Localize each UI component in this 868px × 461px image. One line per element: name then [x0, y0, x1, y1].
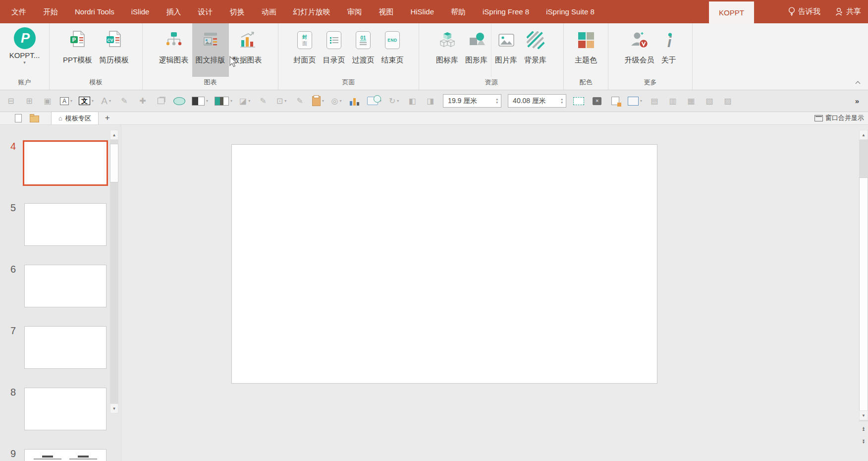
merge-shapes-icon[interactable]: ◎ ▾ — [330, 94, 342, 109]
cover-page-button[interactable]: 封面 封面页 — [290, 23, 320, 77]
image-text-layout-button[interactable]: 图文排版 — [192, 23, 229, 77]
bring-front-icon[interactable]: ◧ — [406, 94, 418, 109]
delete-box-icon[interactable]: × — [591, 94, 603, 109]
slide-number: 4 — [4, 141, 16, 152]
distribute-shapes-icon[interactable]: ⊞ — [23, 94, 35, 109]
slide-thumbnail[interactable] — [24, 326, 107, 369]
menu-tab[interactable]: HiSlide — [402, 0, 442, 23]
slide-thumbnail[interactable] — [24, 265, 107, 307]
align-doc-right-icon[interactable]: ▦ — [685, 94, 697, 109]
logic-chart-button[interactable]: 逻辑图表 — [156, 23, 192, 77]
menu-tab[interactable]: 帮助 — [442, 0, 474, 23]
menu-tab[interactable]: 设计 — [189, 0, 221, 23]
transition-page-button[interactable]: 01 过渡页 — [349, 23, 378, 77]
slide-canvas[interactable] — [231, 144, 657, 384]
textbox-style-icon[interactable]: A ▾ — [60, 94, 72, 109]
editor-scroll-thumb[interactable] — [859, 177, 868, 414]
paint-bucket-icon[interactable]: ◪ ▾ — [239, 94, 251, 109]
tab-template-zone[interactable]: ⌂ 模板专区 — [51, 112, 99, 124]
menu-tab[interactable]: 幻灯片放映 — [284, 0, 338, 23]
upgrade-member-button[interactable]: 升级会员 — [621, 23, 658, 77]
ppt-template-button[interactable]: P PPT模板 — [59, 23, 96, 77]
menu-tab[interactable]: 开始 — [35, 0, 66, 23]
menu-tab[interactable]: Nordri Tools — [66, 0, 123, 23]
send-back-icon[interactable]: ◨ — [425, 94, 436, 109]
selection-frame-icon[interactable]: ▾ — [628, 94, 642, 109]
more-tools-icon[interactable]: » — [851, 94, 863, 109]
tell-me-button[interactable]: 告诉我 — [788, 7, 820, 16]
menu-tab[interactable]: 动画 — [253, 0, 284, 23]
org-chart-icon — [164, 27, 184, 53]
slide-thumbnail[interactable] — [24, 388, 107, 430]
end-page-button[interactable]: END 结束页 — [378, 23, 407, 77]
next-slide-button[interactable]: ▼▼ — [859, 437, 868, 446]
group-label-pages: 页面 — [278, 78, 419, 87]
menu-tab[interactable]: 切换 — [221, 0, 253, 23]
theme-color-button[interactable]: 主题色 — [571, 23, 600, 77]
background-library-button[interactable]: 背景库 — [521, 23, 550, 77]
window-merge-toggle[interactable]: 窗口合并显示 — [814, 114, 864, 124]
eyedropper-icon[interactable]: ✎ — [257, 94, 269, 109]
width-spinner[interactable]: ▲▼ — [495, 98, 498, 104]
mini-chart-icon[interactable] — [349, 94, 361, 109]
editor-scrollbar[interactable]: ▲ ▼ ▲▲ ▼▼ — [859, 130, 868, 447]
tab-koppt-active[interactable]: KOPPT — [709, 1, 754, 23]
paste-clipboard-icon[interactable]: ▾ — [312, 94, 324, 109]
fill-bw-swatch-icon[interactable]: ▾ — [192, 94, 208, 109]
slide-thumbnail[interactable] — [24, 203, 107, 246]
ellipse-tool-icon[interactable] — [173, 94, 185, 109]
arrange-grid-icon[interactable]: ▧ — [704, 94, 715, 109]
thumbnail-scrollbar[interactable]: ▲ ▼ — [110, 130, 118, 412]
pin-tool-icon[interactable]: ✚ — [137, 94, 149, 109]
thumbnail-scroll-down-icon[interactable]: ▼ — [110, 403, 118, 413]
slide-thumbnail[interactable] — [24, 449, 107, 461]
previous-slide-button[interactable]: ▲▲ — [859, 424, 868, 433]
dropdown-arrow-icon: ▾ — [284, 99, 286, 103]
rotate-shape-icon[interactable]: ↻ ▾ — [388, 94, 400, 109]
draw-shape-box-icon[interactable]: ⊡ ▾ — [275, 94, 287, 109]
height-spinner[interactable]: ▲▼ — [560, 98, 563, 104]
copy-format-icon[interactable] — [609, 94, 621, 109]
menu-tab[interactable]: iSpring Suite 8 — [538, 0, 603, 23]
toc-page-button[interactable]: 目录页 — [320, 23, 349, 77]
group-shapes-icon[interactable]: ▣ — [42, 94, 54, 109]
window-merge-label: 窗口合并显示 — [825, 114, 864, 122]
eyedropper-alt-icon[interactable]: ✎ — [294, 94, 306, 109]
shape-height-field[interactable]: 40.08 厘米 ▲▼ — [508, 94, 566, 108]
align-shapes-icon[interactable]: ⊟ — [5, 94, 17, 109]
fill-theme-swatch-icon[interactable]: ▾ — [215, 94, 232, 109]
font-color-icon[interactable]: A ▾ — [100, 94, 112, 109]
menu-tab[interactable]: 插入 — [158, 0, 189, 23]
slide-thumbnail[interactable] — [24, 142, 107, 184]
icon-library-button[interactable]: 图标库 — [433, 23, 462, 77]
shape-width-field[interactable]: 19.9 厘米 ▲▼ — [443, 94, 501, 108]
duplicate-object-icon[interactable] — [155, 94, 167, 109]
resume-template-button[interactable]: CV 简历模板 — [96, 23, 132, 77]
koppt-account-button[interactable]: P KOPPT... ▾ — [6, 23, 44, 77]
text-placeholder-icon[interactable] — [573, 94, 585, 109]
menu-tab[interactable]: 审阅 — [338, 0, 370, 23]
new-document-icon[interactable] — [15, 114, 22, 122]
thumbnail-scroll-thumb[interactable] — [110, 144, 118, 182]
menu-tab[interactable]: iSpring Free 8 — [474, 0, 538, 23]
align-doc-left-icon[interactable]: ▤ — [649, 94, 660, 109]
format-brush-icon[interactable]: ✎ — [118, 94, 130, 109]
data-chart-button[interactable]: 数据图表 — [229, 23, 266, 77]
about-button[interactable]: i 关于 — [658, 23, 680, 77]
align-doc-center-icon[interactable]: ▥ — [667, 94, 679, 109]
menu-tab[interactable]: 视图 — [370, 0, 402, 23]
picture-library-button[interactable]: 图片库 — [491, 23, 521, 77]
swap-objects-icon[interactable]: ▨ — [722, 94, 734, 109]
menu-tab[interactable]: 文件 — [3, 0, 35, 23]
shape-library-button[interactable]: 图形库 — [462, 23, 491, 77]
share-button[interactable]: 共享 — [835, 7, 861, 16]
open-folder-icon[interactable] — [30, 115, 39, 122]
editor-scroll-up-icon[interactable]: ▲ — [859, 130, 868, 140]
wen-text-tool-icon[interactable]: 文 ▾ — [79, 94, 94, 109]
collapse-ribbon-chevron-icon[interactable] — [856, 80, 860, 85]
shape-lens-icon[interactable]: ▾ — [367, 94, 381, 109]
editor-scroll-down-icon[interactable]: ▼ — [859, 410, 868, 420]
thumbnail-scroll-up-icon[interactable]: ▲ — [110, 130, 118, 140]
menu-tab[interactable]: iSlide — [123, 0, 158, 23]
add-tab-button[interactable]: + — [99, 113, 116, 124]
